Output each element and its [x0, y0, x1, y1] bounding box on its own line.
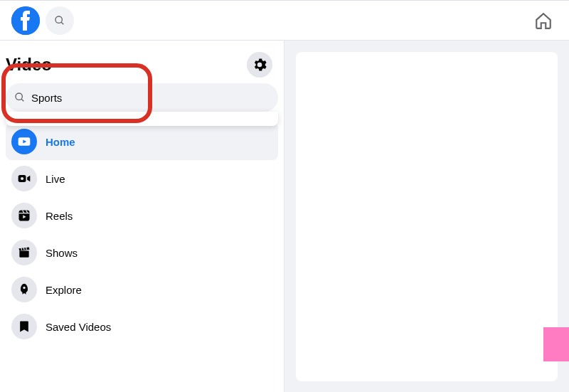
video-sidebar: Video Home [0, 41, 284, 392]
sidebar-item-label: Shows [46, 247, 78, 259]
notification-badge[interactable] [543, 327, 569, 361]
svg-point-5 [23, 287, 25, 289]
sidebar-item-shows[interactable]: Shows [6, 234, 278, 271]
rocket-icon [11, 277, 37, 302]
sidebar-nav: Home Live Reels Shows [6, 123, 278, 345]
top-bar [0, 1, 569, 41]
main-content-area [284, 41, 569, 392]
home-nav-button[interactable] [529, 6, 558, 35]
video-search-input[interactable] [31, 92, 270, 104]
video-search-container [6, 83, 278, 112]
sidebar-item-live[interactable]: Live [6, 160, 278, 197]
camera-icon [11, 166, 37, 191]
sidebar-item-saved[interactable]: Saved Videos [6, 308, 278, 345]
clapper-icon [11, 240, 37, 265]
svg-point-3 [21, 177, 23, 180]
video-home-icon [11, 129, 37, 154]
search-suggestions-dropdown[interactable] [6, 112, 278, 126]
settings-button[interactable] [247, 52, 272, 78]
search-icon [14, 92, 26, 103]
reels-icon [11, 203, 37, 228]
sidebar-item-explore[interactable]: Explore [6, 271, 278, 308]
page-title: Video [6, 55, 52, 75]
sidebar-item-label: Explore [46, 284, 82, 296]
sidebar-item-label: Home [46, 136, 75, 148]
bookmark-icon [11, 314, 37, 339]
facebook-logo[interactable] [11, 6, 40, 35]
sidebar-item-home[interactable]: Home [6, 123, 278, 160]
global-search-button[interactable] [46, 6, 74, 35]
sidebar-item-reels[interactable]: Reels [6, 197, 278, 234]
sidebar-item-label: Live [46, 173, 65, 185]
sidebar-item-label: Saved Videos [46, 321, 111, 333]
svg-rect-4 [19, 211, 30, 221]
content-card [296, 52, 558, 381]
sidebar-item-label: Reels [46, 210, 73, 222]
